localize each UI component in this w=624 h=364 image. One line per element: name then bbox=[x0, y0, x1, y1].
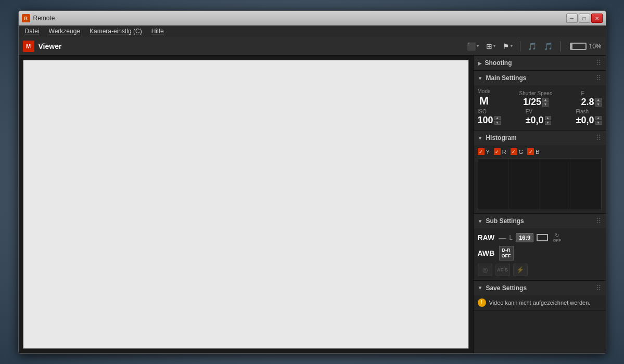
app-icon: R bbox=[22, 14, 30, 22]
ratio-button[interactable]: 16:9 bbox=[516, 233, 533, 242]
window-title: Remote bbox=[33, 15, 55, 22]
flash-spinner: ±0,0 ▲ ▼ bbox=[576, 115, 602, 125]
grid-button[interactable]: ⊞ ▾ bbox=[484, 41, 498, 51]
menu-hilfe[interactable]: Hilfe bbox=[147, 27, 168, 36]
iso-up[interactable]: ▲ bbox=[494, 116, 501, 120]
flash-mode-button[interactable]: ⚡ bbox=[513, 264, 528, 276]
mode-group: Mode M bbox=[478, 88, 491, 107]
rect-button[interactable] bbox=[537, 234, 548, 241]
shooting-section: ▶ Shooting ⠿ bbox=[474, 56, 606, 71]
hist-check-B[interactable]: ✓ bbox=[527, 148, 534, 155]
off-text: OFF bbox=[553, 238, 561, 243]
iso-arrows: ▲ ▼ bbox=[494, 116, 501, 125]
ev-value: ±0,0 bbox=[526, 115, 544, 125]
toolbar-icons: ⬛ ▾ ⊞ ▾ ⚑ ▾ 🎵 🎵 bbox=[465, 41, 601, 51]
viewer-canvas bbox=[23, 60, 469, 349]
monitor-button[interactable]: ⬛ ▾ bbox=[465, 41, 481, 51]
shooting-header[interactable]: ▶ Shooting ⠿ bbox=[474, 56, 606, 70]
monitor-icon: ⬛ bbox=[467, 42, 476, 50]
audio-left-button[interactable]: 🎵 bbox=[526, 41, 539, 51]
raw-dash: — bbox=[499, 233, 506, 242]
battery-indicator: 10% bbox=[570, 43, 601, 50]
hist-check-G[interactable]: ✓ bbox=[511, 148, 517, 155]
f-down[interactable]: ▼ bbox=[595, 102, 602, 107]
warning-text: Video kann nicht aufgezeichnet werden. bbox=[489, 300, 591, 306]
f-up[interactable]: ▲ bbox=[595, 98, 602, 102]
toolbar-separator2 bbox=[560, 41, 561, 51]
hist-cb-G: ✓ G bbox=[511, 148, 524, 155]
flash-up[interactable]: ▲ bbox=[595, 116, 602, 120]
raw-row: RAW — L 16:9 ↻ OFF bbox=[478, 232, 602, 243]
mode-label: Mode bbox=[478, 88, 491, 94]
shutter-down[interactable]: ▼ bbox=[542, 102, 549, 107]
ev-up[interactable]: ▲ bbox=[545, 116, 551, 120]
main-settings-title: Main Settings bbox=[486, 74, 526, 82]
flash-group: Flash ±0,0 ▲ ▼ bbox=[576, 109, 602, 125]
histogram-header[interactable]: ▼ Histogram ⠿ bbox=[474, 131, 606, 145]
viewer-label: Viewer bbox=[39, 42, 463, 50]
flash-arrows: ▲ ▼ bbox=[595, 116, 602, 125]
hist-check-R[interactable]: ✓ bbox=[494, 148, 501, 155]
flash-value: ±0,0 bbox=[576, 115, 594, 125]
save-settings-arrow: ▼ bbox=[478, 285, 483, 291]
hist-cb-R: ✓ R bbox=[494, 148, 506, 155]
minimize-button[interactable]: ─ bbox=[566, 14, 578, 23]
main-settings-header[interactable]: ▼ Main Settings ⠿ bbox=[474, 71, 606, 85]
raw-l-label: L bbox=[510, 234, 513, 241]
battery-box bbox=[570, 43, 587, 50]
mode-value: M bbox=[479, 95, 489, 107]
sub-settings-drag-handle: ⠿ bbox=[596, 217, 602, 225]
histogram-display bbox=[478, 158, 602, 210]
shutter-value: 1/25 bbox=[523, 97, 541, 107]
histogram-content: ✓ Y ✓ R ✓ G ✓ B bbox=[474, 145, 606, 213]
flag-icon: ⚑ bbox=[503, 42, 510, 50]
off-button[interactable]: ↻ OFF bbox=[551, 232, 563, 243]
audio-right-button[interactable]: 🎵 bbox=[542, 41, 555, 51]
histogram-header-left: ▼ Histogram bbox=[478, 134, 517, 141]
shooting-drag-handle: ⠿ bbox=[596, 59, 602, 67]
menu-kamera[interactable]: Kamera-einstlg (C) bbox=[85, 27, 146, 36]
ev-label: EV bbox=[526, 109, 532, 114]
title-bar-controls: ─ □ ✕ bbox=[566, 14, 603, 23]
histogram-title: Histogram bbox=[486, 134, 516, 141]
hist-cb-Y: ✓ Y bbox=[478, 148, 490, 155]
viewer-area bbox=[19, 56, 473, 353]
save-settings-header-left: ▼ Save Settings bbox=[478, 284, 527, 292]
main-settings-section: ▼ Main Settings ⠿ Mode M Shutter bbox=[474, 71, 606, 131]
awb-label: AWB bbox=[478, 249, 496, 257]
sub-settings-header[interactable]: ▼ Sub Settings ⠿ bbox=[474, 214, 606, 228]
shooting-header-left: ▶ Shooting bbox=[478, 59, 512, 67]
hist-label-B: B bbox=[536, 149, 539, 155]
menu-werkzeuge[interactable]: Werkzeuge bbox=[45, 27, 84, 36]
af-button[interactable]: AF-S bbox=[495, 264, 510, 276]
sub-icons-row: ◎ AF-S ⚡ bbox=[478, 264, 602, 276]
iso-down[interactable]: ▼ bbox=[494, 121, 501, 125]
battery-percentage: 10% bbox=[589, 43, 601, 50]
flash-label: Flash bbox=[576, 109, 589, 114]
toolbar: M Viewer ⬛ ▾ ⊞ ▾ ⚑ ▾ 🎵 bbox=[19, 37, 606, 56]
save-settings-header[interactable]: ▼ Save Settings ⠿ bbox=[474, 281, 606, 295]
dr-button[interactable]: D-R OFF bbox=[499, 246, 514, 261]
shooting-title: Shooting bbox=[485, 59, 512, 67]
iso-label: ISO bbox=[478, 109, 487, 114]
f-label: F bbox=[581, 90, 584, 96]
awb-row: AWB D-R OFF bbox=[478, 246, 602, 261]
main-settings-content: Mode M Shutter Speed 1/25 ▲ ▼ bbox=[474, 85, 606, 130]
main-window: R Remote ─ □ ✕ Datei Werkzeuge Kamera-ei… bbox=[18, 10, 606, 354]
metering-button[interactable]: ◎ bbox=[478, 264, 492, 276]
histogram-checkboxes: ✓ Y ✓ R ✓ G ✓ B bbox=[478, 148, 602, 155]
maximize-button[interactable]: □ bbox=[579, 14, 590, 23]
menu-datei[interactable]: Datei bbox=[21, 27, 44, 36]
toolbar-separator bbox=[520, 41, 520, 51]
warning-icon: ! bbox=[478, 298, 486, 307]
close-button[interactable]: ✕ bbox=[591, 14, 603, 23]
flash-down[interactable]: ▼ bbox=[595, 121, 602, 125]
flag-button[interactable]: ⚑ ▾ bbox=[501, 41, 515, 51]
warning-row: ! Video kann nicht aufgezeichnet werden. bbox=[478, 298, 602, 307]
hist-check-Y[interactable]: ✓ bbox=[478, 148, 485, 155]
audio-left-icon: 🎵 bbox=[528, 42, 537, 50]
shutter-up[interactable]: ▲ bbox=[542, 98, 549, 102]
audio-right-icon: 🎵 bbox=[544, 42, 553, 50]
ev-arrows: ▲ ▼ bbox=[545, 116, 551, 125]
ev-down[interactable]: ▼ bbox=[545, 121, 551, 125]
